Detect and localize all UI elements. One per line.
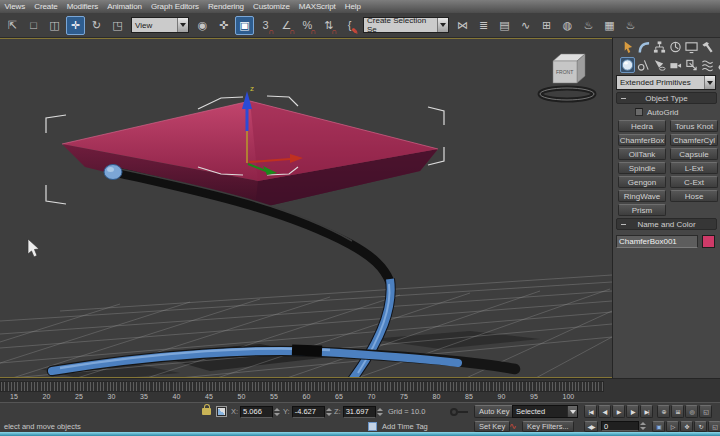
geometry-button[interactable] [620, 57, 635, 73]
object-type-button[interactable]: ChamferCyl [670, 134, 718, 146]
zoom-extents-all-button[interactable]: ⊞ [671, 405, 684, 418]
menu-item[interactable]: Customize [248, 2, 294, 11]
create-tab[interactable] [620, 39, 635, 55]
time-tag-icon[interactable] [368, 422, 377, 431]
key-filters-button[interactable]: Key Filters... [522, 421, 574, 432]
x-coordinate-field[interactable]: 5.066 [240, 406, 273, 418]
orbit-subobject-button[interactable]: ◎ [685, 405, 698, 418]
percent-snap-icon[interactable]: %∩ [298, 16, 317, 35]
menu-item[interactable]: Modifiers [62, 2, 103, 11]
viewcube[interactable]: FRONT [540, 54, 594, 100]
helpers-button[interactable] [684, 57, 699, 73]
curve-editor-icon[interactable]: ∿ [516, 16, 535, 35]
spinner-snap-icon[interactable]: ⇅∩ [319, 16, 338, 35]
menu-item[interactable]: Rendering [203, 2, 248, 11]
add-time-tag-label[interactable]: Add Time Tag [382, 422, 428, 431]
primitives-category-dropdown[interactable]: Extended Primitives [616, 75, 716, 90]
object-type-button[interactable]: Gengon [618, 176, 666, 188]
snap-toggle-3d-icon[interactable]: 3∩ [256, 16, 275, 35]
object-type-rollout[interactable]: Object Type [616, 92, 717, 104]
motion-tab[interactable] [668, 39, 683, 55]
use-pivot-center-icon[interactable]: ◉ [193, 16, 212, 35]
menu-item[interactable]: Animation [103, 2, 147, 11]
previous-frame-button[interactable]: ◀| [598, 405, 611, 418]
object-type-button[interactable]: Spindle [618, 162, 666, 174]
cameras-button[interactable] [668, 57, 683, 73]
set-key-filters-curve-icon[interactable]: ∿ [509, 421, 517, 431]
object-type-button[interactable]: ChamferBox [618, 134, 666, 146]
set-key-button[interactable]: Set Key [474, 421, 510, 432]
systems-button[interactable] [716, 57, 720, 73]
field-of-view-button[interactable]: ◱ [699, 405, 712, 418]
chevron-down-icon[interactable] [177, 18, 188, 32]
object-name-field[interactable]: ChamferBox001 [616, 235, 698, 248]
y-spinner[interactable] [326, 408, 332, 416]
menu-item[interactable]: MAXScript [294, 2, 340, 11]
play-button[interactable]: ▶ [612, 405, 625, 418]
selection-lock-icon[interactable] [202, 408, 211, 415]
render-setup-icon[interactable]: ♨ [579, 16, 598, 35]
current-frame-field[interactable]: 0 [601, 421, 639, 431]
select-and-scale-icon[interactable]: ◳ [108, 16, 127, 35]
select-and-rotate-icon[interactable]: ↻ [87, 16, 106, 35]
selected-filter-dropdown[interactable]: Selected [512, 405, 578, 418]
render-production-icon[interactable]: ♨ [621, 16, 640, 35]
selection-set-dropdown[interactable]: Create Selection Se [363, 17, 449, 33]
auto-key-button[interactable]: Auto Key [474, 405, 514, 418]
object-type-button[interactable]: OilTank [618, 148, 666, 160]
object-type-button[interactable]: Hose [670, 190, 718, 202]
layer-manager-icon[interactable]: ▤ [495, 16, 514, 35]
name-color-rollout[interactable]: Name and Color [616, 218, 717, 230]
orbit-view-button[interactable]: ↻ [694, 421, 707, 432]
keyboard-override-icon[interactable]: ▣ [235, 16, 254, 35]
chevron-down-icon[interactable] [567, 406, 577, 417]
modify-tab[interactable] [636, 39, 651, 55]
rendered-frame-icon[interactable]: ▦ [600, 16, 619, 35]
object-type-button[interactable]: L-Ext [670, 162, 718, 174]
y-coordinate-field[interactable]: -4.627 [292, 406, 325, 418]
select-and-link-icon[interactable]: ⇱ [3, 16, 22, 35]
object-color-swatch[interactable] [702, 235, 715, 248]
chamferbox-object[interactable] [62, 101, 438, 209]
object-type-button[interactable]: RingWave [618, 190, 666, 202]
shapes-button[interactable] [636, 57, 651, 73]
mirror-icon[interactable]: ⋈ [453, 16, 472, 35]
frame-spinner[interactable] [640, 422, 646, 430]
maximize-viewport-button[interactable]: ◱ [708, 421, 720, 432]
object-type-button[interactable]: Hedra [618, 120, 666, 132]
rectangular-selection-icon[interactable]: □ [24, 16, 43, 35]
pan-view-button[interactable]: ✥ [680, 421, 693, 432]
menu-item[interactable]: Graph Editors [146, 2, 203, 11]
object-type-button[interactable]: C-Ext [670, 176, 718, 188]
go-to-end-button[interactable]: ▶| [640, 405, 653, 418]
align-icon[interactable]: ≣ [474, 16, 493, 35]
schematic-view-icon[interactable]: ⊞ [537, 16, 556, 35]
angle-snap-icon[interactable]: ∠∩ [277, 16, 296, 35]
chevron-down-icon[interactable] [704, 76, 715, 89]
select-and-manipulate-icon[interactable]: ✜ [214, 16, 233, 35]
object-type-button[interactable]: Prism [618, 204, 666, 216]
display-tab[interactable] [684, 39, 699, 55]
track-bar[interactable]: 1520253035404550556065707580859095100 [0, 378, 720, 402]
zoom-extents-button[interactable]: ⊕ [657, 405, 670, 418]
absolute-mode-toggle-icon[interactable] [216, 406, 227, 417]
material-editor-icon[interactable]: ◍ [558, 16, 577, 35]
space-warps-button[interactable] [700, 57, 715, 73]
chevron-down-icon[interactable] [437, 18, 448, 32]
reference-coordinate-dropdown[interactable]: View [131, 17, 189, 33]
time-configuration-button[interactable]: ▣ [652, 421, 665, 432]
menu-item[interactable]: Help [340, 2, 365, 11]
object-type-button[interactable]: Torus Knot [670, 120, 718, 132]
zoom-region-button[interactable]: ▷ [666, 421, 679, 432]
menu-item[interactable]: Create [30, 2, 62, 11]
x-spinner[interactable] [274, 408, 280, 416]
window-crossing-icon[interactable]: ◫ [45, 16, 64, 35]
named-selection-sets-icon[interactable]: {✎ [340, 16, 359, 35]
lights-button[interactable] [652, 57, 667, 73]
menu-item[interactable]: Views [0, 2, 30, 11]
z-coordinate-field[interactable]: 31.697 [343, 406, 376, 418]
hierarchy-tab[interactable] [652, 39, 667, 55]
z-spinner[interactable] [377, 408, 383, 416]
go-to-start-button[interactable]: |◀ [584, 405, 597, 418]
trackbar-ruler[interactable] [0, 381, 604, 392]
